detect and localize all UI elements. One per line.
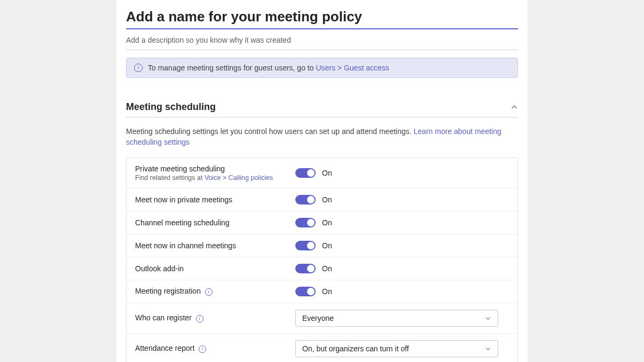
setting-row-meet-now-private: Meet now in private meetings On bbox=[127, 188, 517, 211]
calling-policies-link[interactable]: Voice > Calling policies bbox=[205, 174, 273, 182]
setting-label: Meet now in private meetings bbox=[135, 195, 295, 204]
toggle-state: On bbox=[322, 218, 332, 227]
info-icon[interactable]: i bbox=[199, 345, 206, 353]
guest-access-link[interactable]: Users > Guest access bbox=[316, 64, 389, 72]
setting-row-who-can-register: Who can register i Everyone bbox=[127, 303, 517, 334]
toggle-state: On bbox=[322, 264, 332, 273]
setting-label: Meet now in channel meetings bbox=[135, 241, 295, 250]
label-text: Meeting registration bbox=[135, 287, 201, 295]
toggle-state: On bbox=[322, 169, 332, 177]
info-icon: i bbox=[134, 64, 143, 72]
setting-row-private-scheduling: Private meeting scheduling Find related … bbox=[127, 158, 517, 188]
info-icon[interactable]: i bbox=[205, 288, 213, 296]
meeting-scheduling-section-header[interactable]: Meeting scheduling bbox=[126, 96, 518, 117]
info-icon[interactable]: i bbox=[196, 315, 203, 322]
label-text: Who can register bbox=[135, 313, 192, 322]
section-desc-text: Meeting scheduling settings let you cont… bbox=[126, 127, 414, 136]
setting-row-meeting-registration: Meeting registration i On bbox=[127, 280, 517, 303]
toggle-meeting-registration[interactable] bbox=[295, 287, 316, 296]
toggle-meet-now-channel[interactable] bbox=[295, 241, 316, 250]
setting-label: Channel meeting scheduling bbox=[135, 218, 295, 227]
setting-row-meet-now-channel: Meet now in channel meetings On bbox=[127, 234, 517, 257]
policy-name-input[interactable] bbox=[126, 4, 518, 29]
toggle-channel-scheduling[interactable] bbox=[295, 218, 316, 227]
policy-description-input[interactable] bbox=[126, 29, 518, 50]
toggle-private-scheduling[interactable] bbox=[295, 168, 316, 178]
chevron-down-icon bbox=[485, 345, 491, 352]
chevron-down-icon bbox=[485, 315, 491, 321]
settings-list: Private meeting scheduling Find related … bbox=[126, 158, 518, 362]
setting-label: Private meeting scheduling bbox=[135, 164, 295, 173]
banner-prefix: To manage meeting settings for guest use… bbox=[148, 64, 316, 72]
setting-row-channel-scheduling: Channel meeting scheduling On bbox=[127, 211, 517, 234]
toggle-state: On bbox=[322, 241, 332, 250]
setting-row-outlook-addin: Outlook add-in On bbox=[127, 257, 517, 280]
label-text: Attendance report bbox=[135, 344, 194, 352]
dropdown-value: On, but organizers can turn it off bbox=[302, 344, 409, 353]
setting-sublabel: Find related settings at Voice > Calling… bbox=[135, 174, 295, 182]
setting-label: Meeting registration i bbox=[135, 287, 295, 295]
setting-label: Attendance report i bbox=[135, 344, 295, 352]
setting-row-attendance-report: Attendance report i On, but organizers c… bbox=[127, 334, 517, 362]
toggle-state: On bbox=[322, 195, 332, 204]
guest-access-info-banner: i To manage meeting settings for guest u… bbox=[126, 58, 518, 78]
setting-label: Outlook add-in bbox=[135, 264, 295, 273]
dropdown-attendance-report[interactable]: On, but organizers can turn it off bbox=[295, 340, 498, 357]
chevron-up-icon bbox=[511, 104, 518, 111]
setting-label: Who can register i bbox=[135, 313, 295, 322]
banner-text: To manage meeting settings for guest use… bbox=[148, 64, 389, 72]
sub-prefix: Find related settings at bbox=[135, 174, 205, 182]
section-description: Meeting scheduling settings let you cont… bbox=[126, 126, 518, 148]
section-title: Meeting scheduling bbox=[126, 101, 216, 113]
toggle-outlook-addin[interactable] bbox=[295, 264, 316, 273]
dropdown-value: Everyone bbox=[302, 314, 334, 322]
policy-form-panel: i To manage meeting settings for guest u… bbox=[116, 0, 528, 362]
toggle-meet-now-private[interactable] bbox=[295, 195, 316, 204]
dropdown-who-can-register[interactable]: Everyone bbox=[295, 310, 498, 327]
toggle-state: On bbox=[322, 287, 332, 296]
